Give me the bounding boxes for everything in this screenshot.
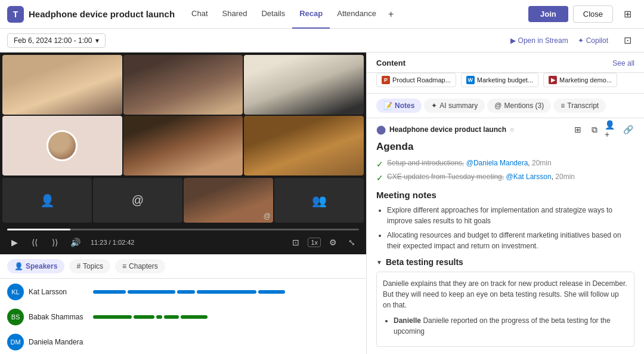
join-button[interactable]: Join (528, 6, 568, 22)
bar (156, 315, 162, 319)
copilot-button[interactable]: ✦ Copilot (578, 36, 608, 45)
chapters-tab[interactable]: ≡ Chapters (115, 259, 165, 273)
bottom-cell-3: @ (184, 178, 273, 223)
controls-row: ▶ ⟨⟨ ⟩⟩ 🔊 11:23 / 1:02:42 ⊡ 1x ⚙ ⤡ (7, 235, 359, 250)
settings-icon[interactable]: ⊞ (618, 5, 637, 24)
mention-kat[interactable]: @Kat Larsson (506, 173, 551, 181)
avatar: DM (7, 334, 24, 350)
bottom-video-row: 👤 @ @ 👥 (0, 178, 366, 225)
open-in-stream-button[interactable]: ▶ Open in Stream (510, 36, 568, 45)
left-panel: 👤 @ @ 👥 (0, 53, 367, 354)
notes-tab-mentions[interactable]: @ Mentions (3) (487, 98, 551, 113)
speaker-item: KL Kat Larsson (7, 284, 359, 300)
link-icon[interactable]: 🔗 (621, 123, 634, 136)
speaker-name: Daniela Mandera (29, 338, 88, 346)
speaker-item: BS Babak Shammas (7, 309, 359, 325)
progress-bar[interactable] (7, 229, 359, 230)
meeting-icon: ⬤ (376, 125, 386, 134)
avatar: BS (7, 309, 24, 325)
speaker-name: Babak Shammas (29, 313, 88, 321)
date-selector[interactable]: Feb 6, 2024 12:00 - 1:00 ▾ (7, 33, 106, 48)
tab-recap[interactable]: Recap (292, 0, 330, 29)
video-cell-3 (244, 55, 364, 115)
settings-button[interactable]: ⚙ (326, 235, 340, 250)
topics-tab[interactable]: # Topics (69, 259, 110, 273)
sub-bar: Feb 6, 2024 12:00 - 1:00 ▾ ▶ Open in Str… (0, 29, 644, 53)
copilot-icon: ✦ (578, 36, 584, 45)
collapse-icon[interactable]: ▼ (376, 259, 382, 266)
hash-icon: # (76, 262, 80, 270)
beta-list: Danielle Danielle reported on the progre… (383, 315, 628, 337)
bar (93, 290, 126, 294)
tab-attendance[interactable]: Attendance (330, 0, 383, 29)
check-icon: ✓ (376, 173, 383, 183)
bottom-tabs: 👤 Speakers # Topics ≡ Chapters (0, 254, 366, 279)
bar (177, 290, 195, 294)
video-cell-6 (244, 116, 364, 176)
list-item: Allocating resources and budget to diffe… (387, 230, 634, 251)
notes-tab-notes[interactable]: 📝 Notes (376, 98, 422, 113)
speakers-tab[interactable]: 👤 Speakers (7, 259, 64, 273)
speaker-bars (93, 290, 359, 294)
close-button[interactable]: Close (573, 5, 613, 23)
chevron-down-icon: ▾ (95, 36, 99, 45)
list-item: Danielle Danielle reported on the progre… (394, 315, 628, 337)
volume-button[interactable]: 🔊 (68, 235, 82, 250)
content-files: P Product Roadmap... W Marketing budget.… (367, 73, 644, 94)
video-icon: ▶ (549, 76, 557, 84)
add-tab-button[interactable]: + (383, 9, 398, 20)
video-cell-4 (2, 116, 122, 176)
bar (93, 315, 132, 319)
group-icon: 👥 (312, 193, 327, 208)
right-panel: Content See all P Product Roadmap... W M… (367, 53, 644, 354)
content-label: Content (376, 59, 405, 67)
tab-details[interactable]: Details (254, 0, 292, 29)
speaker-bars (93, 315, 359, 319)
meeting-notes-title: Meeting notes (376, 190, 634, 200)
video-grid (0, 53, 366, 178)
skip-back-button[interactable]: ⟨⟨ (27, 235, 42, 250)
list-item: Explore different approaches for impleme… (387, 205, 634, 226)
share-icon[interactable]: 👤+ (605, 123, 618, 136)
speed-selector[interactable]: 1x (308, 238, 321, 247)
bar (128, 290, 175, 294)
file-chip-3[interactable]: ▶ Marketing demo... (543, 73, 617, 87)
bottom-cell-1: 👤 (2, 178, 92, 223)
speakers-icon: 👤 (14, 262, 23, 270)
fullscreen-button[interactable]: ⤡ (345, 235, 359, 250)
notes-icon: 📝 (383, 101, 392, 110)
see-all-button[interactable]: See all (612, 59, 634, 67)
date-text: Feb 6, 2024 12:00 - 1:00 (14, 36, 92, 45)
video-cell-1 (2, 55, 122, 115)
grid-view-icon[interactable]: ⊞ (571, 123, 584, 136)
mention-daniela[interactable]: @Daniela Mandera (466, 159, 528, 167)
avatar: KL (7, 284, 24, 300)
beta-header: ▼ Beta testing results (376, 257, 634, 267)
content-header: Content See all (367, 53, 644, 73)
bottom-cell-2: @ (93, 178, 182, 223)
file-chip-2[interactable]: W Marketing budget... (461, 73, 538, 87)
progress-fill (7, 229, 70, 230)
bar (134, 315, 154, 319)
copy-icon[interactable]: ⧉ (588, 123, 601, 136)
skip-forward-button[interactable]: ⟩⟩ (48, 235, 62, 250)
meeting-title: Headphone device product launch (29, 9, 175, 19)
notes-tab-ai[interactable]: ✦ AI summary (424, 98, 485, 113)
notes-body: Agenda ✓ Setup and introductions, @Danie… (367, 141, 644, 354)
bar (197, 290, 256, 294)
ai-icon: ✦ (431, 101, 437, 110)
agenda-title: Agenda (376, 141, 634, 153)
check-icon: ✓ (376, 159, 383, 169)
captions-button[interactable]: ⊡ (289, 235, 303, 250)
tab-shared[interactable]: Shared (215, 0, 255, 29)
more-options-icon[interactable]: ⊡ (618, 31, 637, 50)
time-display: 11:23 / 1:02:42 (91, 239, 134, 246)
tab-chat[interactable]: Chat (184, 0, 215, 29)
notes-tab-transcript[interactable]: ≡ Transcript (553, 98, 606, 113)
nav-tabs: Chat Shared Details Recap Attendance + (184, 0, 398, 29)
beta-section: ▼ Beta testing results Danielle explains… (376, 257, 634, 347)
notes-tabs: 📝 Notes ✦ AI summary @ Mentions (3) ≡ Tr… (367, 94, 644, 118)
play-button[interactable]: ▶ (7, 235, 21, 250)
notes-meeting-name: ⬤ Headphone device product launch ○ (376, 125, 514, 134)
file-chip-1[interactable]: P Product Roadmap... (376, 73, 456, 87)
